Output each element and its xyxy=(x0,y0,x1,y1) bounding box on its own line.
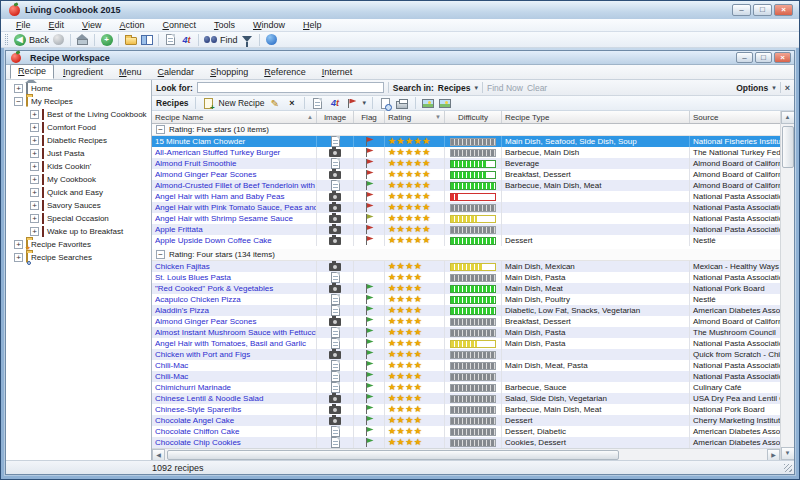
table-row[interactable]: "Red Cooked" Pork & Vegetables★★★★Main D… xyxy=(152,283,780,294)
new-recipe-button[interactable]: New Recipe xyxy=(219,98,265,108)
edit-icon[interactable]: ✎ xyxy=(268,97,281,110)
collapse-icon[interactable]: − xyxy=(156,250,165,259)
tree-expander-icon[interactable]: − xyxy=(14,97,23,106)
menu-item-file[interactable]: File xyxy=(7,20,40,30)
flag-filter-icon[interactable] xyxy=(345,97,358,110)
report-icon[interactable] xyxy=(311,97,324,110)
table-row[interactable]: Almond-Crusted Fillet of Beef Tenderloin… xyxy=(152,180,780,191)
table-row[interactable]: Chocolate Chiffon Cake★★★★Dessert, Diabe… xyxy=(152,426,780,437)
tree-expander-icon[interactable]: + xyxy=(30,162,39,171)
table-row[interactable]: Almond Fruit Smoothie★★★★★BeverageAlmond… xyxy=(152,158,780,169)
column-header-difficulty[interactable]: Difficulty xyxy=(445,111,502,123)
menu-item-view[interactable]: View xyxy=(73,20,110,30)
search-scope-dropdown[interactable]: Recipes xyxy=(438,83,471,93)
tree-item-diabetic-recipes[interactable]: +Diabetic Recipes xyxy=(6,134,151,147)
table-row[interactable]: Almond Ginger Pear Scones★★★★★Breakfast,… xyxy=(152,169,780,180)
close-button[interactable]: × xyxy=(774,4,793,16)
menu-item-help[interactable]: Help xyxy=(294,20,331,30)
table-row[interactable]: Chicken with Port and Figs★★★★Quick from… xyxy=(152,349,780,360)
tab-menu[interactable]: Menu xyxy=(112,66,149,79)
back-icon[interactable]: ◀ xyxy=(13,33,26,46)
table-row[interactable]: Apple Upside Down Coffee Cake★★★★★Desser… xyxy=(152,235,780,246)
menu-item-tools[interactable]: Tools xyxy=(205,20,244,30)
table-row[interactable]: Chili-Mac★★★★National Pasta Association xyxy=(152,371,780,382)
column-header-rating[interactable]: Rating▼ xyxy=(385,111,445,123)
table-row[interactable]: Chinese Lentil & Noodle Salad★★★★Salad, … xyxy=(152,393,780,404)
tree-item-special-occasion[interactable]: +Special Occasion xyxy=(6,212,151,225)
table-row[interactable]: Chicken Fajitas★★★★Main Dish, MexicanMex… xyxy=(152,261,780,272)
new-recipe-icon[interactable] xyxy=(202,97,215,110)
tree-expander-icon[interactable]: + xyxy=(30,188,39,197)
group-header[interactable]: −Rating: Four stars (134 items) xyxy=(152,249,780,261)
analysis-icon[interactable]: 4t xyxy=(180,33,193,46)
analysis-icon[interactable]: 4t xyxy=(328,97,341,110)
columns-icon[interactable] xyxy=(140,33,153,46)
add-icon[interactable]: + xyxy=(100,33,113,46)
table-row[interactable]: St. Louis Blues Pasta★★★★Main Dish, Past… xyxy=(152,272,780,283)
horizontal-scroll-thumb[interactable] xyxy=(167,450,619,460)
tree-expander-icon[interactable]: + xyxy=(30,136,39,145)
tree-expander-icon[interactable]: + xyxy=(30,201,39,210)
tree-item-kids-cookin-[interactable]: +Kids Cookin' xyxy=(6,160,151,173)
tree-expander-icon[interactable]: + xyxy=(30,110,39,119)
tree-item-my-recipes[interactable]: −My Recipes xyxy=(6,95,151,108)
tree-expander-icon[interactable]: + xyxy=(30,149,39,158)
report-icon[interactable] xyxy=(164,33,177,46)
folder-open-icon[interactable] xyxy=(124,33,137,46)
table-row[interactable]: Chocolate Chip Cookies★★★★Cookies, Desse… xyxy=(152,437,780,448)
table-row[interactable]: Angel Hair with Shrimp Sesame Sauce★★★★★… xyxy=(152,213,780,224)
tree-item-just-pasta[interactable]: +Just Pasta xyxy=(6,147,151,160)
tree-item-recipe-searches[interactable]: +Recipe Searches xyxy=(6,251,151,264)
table-row[interactable]: Chimichurri Marinade★★★★Barbecue, SauceC… xyxy=(152,382,780,393)
column-header-flag[interactable]: Flag xyxy=(354,111,385,123)
options-button[interactable]: Options xyxy=(736,83,768,93)
image-icon[interactable] xyxy=(422,97,435,110)
print-icon[interactable] xyxy=(396,97,409,110)
search-close-button[interactable]: × xyxy=(785,83,790,93)
tree-item-quick-and-easy[interactable]: +Quick and Easy xyxy=(6,186,151,199)
column-header-recipe-type[interactable]: Recipe Type xyxy=(502,111,690,123)
scroll-right-icon[interactable]: ▶ xyxy=(767,449,780,461)
find-now-button[interactable]: Find Now xyxy=(487,83,523,93)
forward-icon[interactable] xyxy=(52,33,65,46)
scroll-up-icon[interactable]: ▲ xyxy=(781,111,795,124)
menu-item-window[interactable]: Window xyxy=(244,20,294,30)
workspace-minimize-button[interactable]: – xyxy=(736,52,753,63)
tree-expander-icon[interactable]: + xyxy=(30,227,39,236)
print-preview-icon[interactable] xyxy=(379,97,392,110)
column-header-source[interactable]: Source xyxy=(690,111,780,123)
table-row[interactable]: Aladdin's Pizza★★★★Diabetic, Low Fat, Sn… xyxy=(152,305,780,316)
scroll-down-icon[interactable]: ▼ xyxy=(781,447,795,460)
find-label[interactable]: Find xyxy=(220,35,238,45)
table-row[interactable]: Angel Hair with Ham and Baby Peas★★★★★Na… xyxy=(152,191,780,202)
tab-reference[interactable]: Reference xyxy=(257,66,313,79)
find-icon[interactable] xyxy=(204,33,217,46)
photo-email-icon[interactable] xyxy=(439,97,452,110)
menu-item-action[interactable]: Action xyxy=(110,20,153,30)
tree-expander-icon[interactable]: + xyxy=(30,123,39,132)
table-row[interactable]: 15 Minute Clam Chowder★★★★★Main Dish, Se… xyxy=(152,136,780,147)
tab-recipe[interactable]: Recipe xyxy=(10,64,54,79)
table-row[interactable]: Almost Instant Mushroom Sauce with Fettu… xyxy=(152,327,780,338)
tree-expander-icon[interactable]: + xyxy=(14,253,23,262)
horizontal-scrollbar[interactable]: ◀ ▶ xyxy=(152,448,780,460)
tab-calendar[interactable]: Calendar xyxy=(151,66,202,79)
tree-item-my-cookbook[interactable]: +My Cookbook xyxy=(6,173,151,186)
filter-icon[interactable] xyxy=(241,33,254,46)
table-row[interactable]: All-American Stuffed Turkey Burger★★★★★B… xyxy=(152,147,780,158)
tree-expander-icon[interactable]: + xyxy=(30,214,39,223)
home-icon[interactable] xyxy=(76,33,89,46)
vertical-scroll-thumb[interactable] xyxy=(782,126,794,168)
back-label[interactable]: Back xyxy=(29,35,49,45)
workspace-maximize-button[interactable]: □ xyxy=(755,52,772,63)
table-row[interactable]: Chili-Mac★★★★Main Dish, Meat, PastaNatio… xyxy=(152,360,780,371)
column-header-image[interactable]: Image xyxy=(317,111,354,123)
table-row[interactable]: Apple Frittata★★★★★National Pasta Associ… xyxy=(152,224,780,235)
tree-expander-icon[interactable]: + xyxy=(14,84,23,93)
workspace-close-button[interactable]: × xyxy=(774,52,791,63)
tab-internet[interactable]: Internet xyxy=(315,66,360,79)
table-row[interactable]: Angel Hair with Pink Tomato Sauce, Peas … xyxy=(152,202,780,213)
group-header[interactable]: −Rating: Five stars (10 items) xyxy=(152,124,780,136)
vertical-scrollbar[interactable]: ▲ ▼ xyxy=(780,111,794,460)
table-row[interactable]: Acapulco Chicken Pizza★★★★Main Dish, Pou… xyxy=(152,294,780,305)
